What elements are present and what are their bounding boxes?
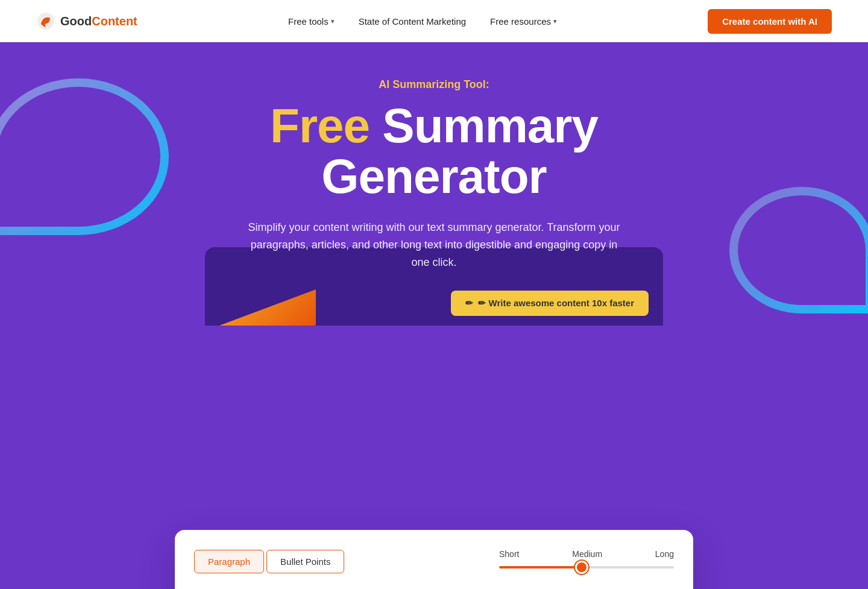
tool-card: Paragraph Bullet Points Short Medium Lon… [175, 530, 693, 589]
tab-group: Paragraph Bullet Points [194, 550, 344, 573]
navbar: GoodContent Free tools ▾ State of Conten… [0, 0, 868, 42]
bubble-right-decoration [729, 187, 868, 313]
edit-icon: ✏ [465, 298, 473, 309]
nav-free-resources[interactable]: Free resources ▾ [490, 16, 557, 27]
slider-label-short: Short [499, 549, 519, 559]
slider-labels: Short Medium Long [499, 549, 674, 559]
hero-content: AI Summarizing Tool: Free Summary Genera… [193, 42, 675, 295]
hero-section: AI Summarizing Tool: Free Summary Genera… [0, 42, 868, 589]
tab-paragraph[interactable]: Paragraph [194, 550, 264, 573]
nav-free-tools[interactable]: Free tools ▾ [288, 16, 335, 27]
length-slider[interactable] [499, 561, 674, 574]
chevron-icon-2: ▾ [553, 17, 557, 25]
hero-description: Simplify your content writing with our t… [241, 219, 627, 271]
bubble-left-decoration [0, 78, 169, 235]
logo-icon [36, 11, 55, 31]
nav-cta-button[interactable]: Create content with AI [708, 9, 832, 34]
tab-bullet-points[interactable]: Bullet Points [266, 550, 344, 573]
logo-text: GoodContent [60, 14, 137, 28]
logo[interactable]: GoodContent [36, 11, 137, 31]
hero-label: AI Summarizing Tool: [379, 78, 489, 91]
chevron-icon: ▾ [331, 17, 335, 25]
nav-state-of-content[interactable]: State of Content Marketing [359, 16, 466, 27]
slider-label-medium: Medium [572, 549, 602, 559]
slider-area: Short Medium Long [499, 549, 674, 573]
svg-point-1 [48, 17, 50, 20]
slider-label-long: Long [655, 549, 674, 559]
hero-title: Free Summary Generator [193, 101, 675, 202]
nav-links: Free tools ▾ State of Content Marketing … [288, 16, 557, 27]
tool-header: Paragraph Bullet Points Short Medium Lon… [194, 549, 674, 573]
slider-track [499, 561, 674, 573]
